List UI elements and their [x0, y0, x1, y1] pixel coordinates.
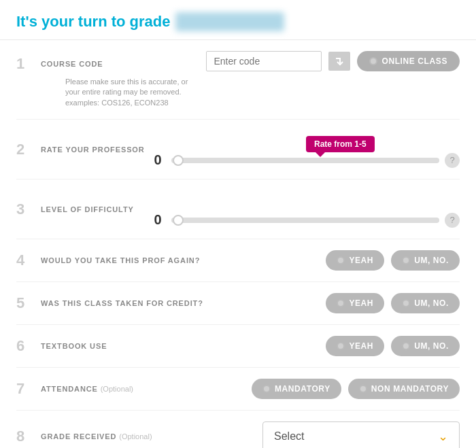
mandatory-label: MANDATORY: [275, 384, 330, 394]
yeah-radio-2: [337, 299, 345, 307]
page-header: It's your turn to grade: [0, 0, 476, 40]
grade-row: 8 GRADE RECEIVED (Optional) Select ⌄: [16, 411, 460, 448]
grade-controls: Select ⌄: [262, 421, 460, 448]
attendance-label: ATTENDANCE (Optional): [41, 385, 252, 393]
take-prof-row: 4 WOULD YOU TAKE THIS PROF AGAIN? YEAH U…: [16, 239, 460, 282]
mandatory-radio: [262, 385, 271, 393]
row-number-6: 6: [16, 337, 35, 355]
online-class-label: ONLINE CLASS: [381, 56, 447, 66]
textbook-row: 6 TEXTBOOK USE YEAH UM, NO.: [16, 325, 460, 368]
enter-icon: [334, 56, 345, 67]
attendance-row: 7 ATTENDANCE (Optional) MANDATORY NON MA…: [16, 368, 460, 411]
difficulty-slider-track[interactable]: [171, 218, 439, 223]
textbook-yeah-btn[interactable]: YEAH: [326, 336, 384, 356]
credit-no-btn[interactable]: UM, NO.: [391, 293, 460, 313]
hint-line2: your entire rating may be removed.: [65, 88, 182, 96]
course-code-top: COURSE CODE ONLINE CLASS: [41, 51, 460, 71]
hint-line1: Please make sure this is accurate, or: [65, 77, 188, 86]
row-number-7: 7: [16, 380, 35, 398]
rate-slider-track[interactable]: [171, 158, 439, 163]
row-number-5: 5: [16, 294, 35, 312]
no-radio-1: [402, 256, 410, 264]
grade-select[interactable]: Select ⌄: [262, 421, 460, 448]
online-class-button[interactable]: ONLINE CLASS: [357, 51, 460, 71]
page-title: It's your turn to grade: [16, 12, 460, 31]
credit-controls: YEAH UM, NO.: [326, 293, 460, 313]
take-prof-yeah-btn[interactable]: YEAH: [326, 250, 384, 271]
difficulty-slider-area: 0 ?: [150, 212, 460, 228]
rate-tooltip: Rate from 1-5: [306, 136, 375, 152]
non-mandatory-radio: [359, 385, 367, 393]
non-mandatory-btn[interactable]: NON MANDATORY: [348, 379, 460, 399]
attendance-optional: (Optional): [101, 385, 133, 393]
textbook-label: TEXTBOOK USE: [41, 342, 326, 350]
rating-slider-area: 0 ?: [150, 152, 460, 168]
yeah-label-1: YEAH: [349, 256, 373, 265]
difficulty-row: 3 LEVEL OF DIFFICULTY 0 ?: [16, 179, 460, 239]
rate-slider-thumb[interactable]: [173, 155, 184, 166]
rate-professor-row: 2 RATE YOUR PROFESSOR Rate from 1-5 0 ?: [16, 120, 460, 179]
textbook-controls: YEAH UM, NO.: [326, 336, 460, 356]
difficulty-controls: 0 ?: [150, 190, 460, 228]
grade-optional: (Optional): [119, 432, 152, 441]
course-code-area: COURSE CODE ONLINE CLASS: [41, 51, 460, 108]
row-number-2: 2: [16, 141, 35, 158]
yeah-radio-1: [337, 256, 345, 264]
enter-code-button[interactable]: [328, 52, 350, 71]
rate-professor-label: RATE YOUR PROFESSOR: [41, 145, 150, 154]
chevron-down-icon: ⌄: [438, 429, 448, 444]
textbook-no-btn[interactable]: UM, NO.: [391, 336, 460, 356]
difficulty-label: LEVEL OF DIFFICULTY: [41, 205, 150, 213]
yeah-label-3: YEAH: [349, 341, 373, 351]
no-label-1: UM, NO.: [414, 256, 449, 265]
course-code-row: 1 COURSE CODE ONLINE CLASS: [16, 40, 460, 120]
credit-label: WAS THIS CLASS TAKEN FOR CREDIT?: [41, 299, 326, 307]
hint-line3: examples: COS126, ECON238: [65, 99, 169, 107]
difficulty-slider-thumb[interactable]: [173, 215, 184, 226]
take-prof-no-btn[interactable]: UM, NO.: [391, 250, 460, 271]
no-radio-2: [402, 299, 410, 307]
yeah-label-2: YEAH: [349, 298, 373, 308]
credit-yeah-btn[interactable]: YEAH: [326, 293, 384, 313]
no-label-2: UM, NO.: [414, 298, 449, 308]
tooltip-area: Rate from 1-5: [150, 131, 460, 152]
rate-help-icon[interactable]: ?: [445, 153, 460, 168]
difficulty-spacer: [150, 190, 460, 212]
no-radio-3: [402, 342, 410, 350]
course-code-input[interactable]: [206, 51, 322, 71]
course-code-hint: Please make sure this is accurate, or yo…: [65, 77, 460, 108]
non-mandatory-label: NON MANDATORY: [371, 384, 449, 394]
no-label-3: UM, NO.: [414, 341, 449, 351]
row-number-4: 4: [16, 252, 35, 269]
course-code-controls: ONLINE CLASS: [206, 51, 460, 71]
row-number-3: 3: [16, 201, 35, 218]
grade-label: GRADE RECEIVED (Optional): [41, 432, 262, 441]
professor-name-blurred: [175, 12, 284, 31]
take-prof-label: WOULD YOU TAKE THIS PROF AGAIN?: [41, 256, 326, 264]
yeah-radio-3: [337, 342, 345, 350]
take-prof-controls: YEAH UM, NO.: [326, 250, 460, 271]
online-class-radio-dot: [369, 57, 377, 65]
difficulty-value: 0: [150, 212, 166, 228]
grade-select-text: Select: [274, 430, 304, 443]
row-number-1: 1: [16, 55, 35, 73]
course-code-label: COURSE CODE: [41, 60, 201, 68]
rate-slider-value: 0: [150, 152, 166, 168]
difficulty-help-icon[interactable]: ?: [445, 213, 460, 228]
mandatory-btn[interactable]: MANDATORY: [252, 379, 341, 399]
row-number-8: 8: [16, 428, 35, 445]
title-prefix: It's your turn to grade: [16, 13, 170, 31]
attendance-controls: MANDATORY NON MANDATORY: [252, 379, 460, 399]
rate-professor-controls: Rate from 1-5 0 ?: [150, 131, 460, 168]
grading-form: 1 COURSE CODE ONLINE CLASS: [0, 40, 476, 448]
credit-row: 5 WAS THIS CLASS TAKEN FOR CREDIT? YEAH …: [16, 282, 460, 325]
